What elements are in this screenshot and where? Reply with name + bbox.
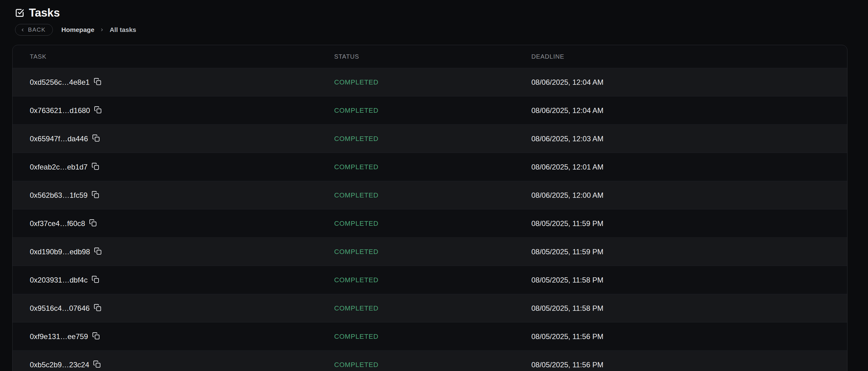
table-header-row: TASK STATUS DEADLINE [12, 45, 847, 68]
table-row: 0xd5256c…4e8e1 COMPLETED 08/06/2025, 12:… [12, 68, 847, 96]
table-row: 0xf9e131…ee759 COMPLETED 08/05/2025, 11:… [12, 322, 847, 350]
task-cell: 0xd190b9…edb98 [12, 248, 334, 256]
breadcrumb-all-tasks[interactable]: All tasks [110, 26, 136, 33]
status-badge: COMPLETED [334, 304, 531, 312]
copy-icon [92, 162, 99, 170]
deadline-text: 08/05/2025, 11:56 PM [531, 332, 847, 341]
task-cell: 0xb5c2b9…23c24 [12, 361, 334, 369]
deadline-text: 08/05/2025, 11:59 PM [531, 219, 847, 228]
task-hash: 0x763621…d1680 [30, 106, 90, 115]
deadline-text: 08/06/2025, 12:00 AM [531, 191, 847, 199]
copy-button[interactable] [94, 304, 101, 311]
copy-icon [92, 276, 99, 283]
deadline-text: 08/05/2025, 11:56 PM [531, 361, 847, 369]
deadline-text: 08/05/2025, 11:58 PM [531, 276, 847, 284]
task-hash: 0xfeab2c…eb1d7 [30, 163, 88, 172]
table-row: 0xb5c2b9…23c24 COMPLETED 08/05/2025, 11:… [12, 350, 847, 371]
task-cell: 0x203931…dbf4c [12, 276, 334, 284]
column-header-deadline: DEADLINE [531, 53, 847, 60]
status-badge: COMPLETED [334, 106, 531, 115]
status-badge: COMPLETED [334, 191, 531, 199]
status-badge: COMPLETED [334, 361, 531, 369]
copy-button[interactable] [92, 276, 99, 283]
copy-icon [92, 332, 100, 340]
status-badge: COMPLETED [334, 78, 531, 86]
table-row: 0x562b63…1fc59 COMPLETED 08/06/2025, 12:… [12, 181, 847, 209]
copy-button[interactable] [92, 162, 99, 170]
deadline-text: 08/06/2025, 12:03 AM [531, 134, 847, 143]
table-row: 0xd190b9…edb98 COMPLETED 08/05/2025, 11:… [12, 238, 847, 266]
task-cell: 0xf9e131…ee759 [12, 332, 334, 341]
copy-icon [94, 106, 102, 114]
tasks-table-card: TASK STATUS DEADLINE 0xd5256c…4e8e1 COMP… [12, 45, 847, 371]
copy-icon [94, 247, 102, 255]
status-badge: COMPLETED [334, 163, 531, 171]
task-hash: 0xd190b9…edb98 [30, 248, 90, 256]
copy-icon [92, 191, 99, 198]
task-cell: 0x9516c4…07646 [12, 304, 334, 313]
copy-icon [92, 134, 100, 142]
status-badge: COMPLETED [334, 333, 531, 341]
back-button[interactable]: BACK [15, 24, 53, 36]
copy-icon [89, 219, 97, 227]
task-cell: 0x562b63…1fc59 [12, 191, 334, 199]
task-hash: 0xd5256c…4e8e1 [30, 78, 90, 87]
status-badge: COMPLETED [334, 276, 531, 284]
chevron-left-icon [20, 28, 25, 32]
deadline-text: 08/06/2025, 12:04 AM [531, 78, 847, 87]
deadline-text: 08/05/2025, 11:59 PM [531, 248, 847, 256]
column-header-status: STATUS [334, 53, 531, 60]
task-hash: 0xf37ce4…f60c8 [30, 219, 85, 228]
copy-button[interactable] [92, 134, 100, 142]
breadcrumb-homepage[interactable]: Homepage [61, 26, 94, 33]
task-cell: 0xd5256c…4e8e1 [12, 78, 334, 87]
table-row: 0x65947f…da446 COMPLETED 08/06/2025, 12:… [12, 124, 847, 153]
table-row: 0x9516c4…07646 COMPLETED 08/05/2025, 11:… [12, 294, 847, 322]
task-cell: 0x763621…d1680 [12, 106, 334, 115]
task-hash: 0xf9e131…ee759 [30, 332, 88, 341]
nav-row: BACK Homepage All tasks [15, 24, 868, 36]
task-hash: 0x203931…dbf4c [30, 276, 88, 284]
copy-button[interactable] [92, 332, 100, 340]
copy-icon [93, 360, 101, 368]
column-header-task: TASK [12, 53, 334, 60]
task-cell: 0xfeab2c…eb1d7 [12, 163, 334, 172]
copy-button[interactable] [92, 191, 99, 198]
table-row: 0x763621…d1680 COMPLETED 08/06/2025, 12:… [12, 96, 847, 124]
back-button-label: BACK [28, 26, 46, 33]
copy-button[interactable] [89, 219, 97, 227]
table-body: 0xd5256c…4e8e1 COMPLETED 08/06/2025, 12:… [12, 68, 847, 371]
deadline-text: 08/05/2025, 11:58 PM [531, 304, 847, 313]
deadline-text: 08/06/2025, 12:01 AM [531, 163, 847, 172]
copy-button[interactable] [93, 360, 101, 368]
copy-button[interactable] [94, 247, 102, 255]
title-row: Tasks [15, 7, 868, 19]
task-hash: 0x9516c4…07646 [30, 304, 90, 313]
copy-icon [94, 304, 101, 311]
copy-button[interactable] [94, 106, 102, 114]
deadline-text: 08/06/2025, 12:04 AM [531, 106, 847, 115]
status-badge: COMPLETED [334, 135, 531, 143]
status-badge: COMPLETED [334, 248, 531, 256]
task-cell: 0xf37ce4…f60c8 [12, 219, 334, 228]
chevron-right-icon [100, 28, 104, 32]
check-square-icon [15, 8, 24, 18]
table-row: 0x203931…dbf4c COMPLETED 08/05/2025, 11:… [12, 266, 847, 294]
copy-icon [94, 78, 101, 85]
task-hash: 0x65947f…da446 [30, 134, 88, 143]
task-hash: 0xb5c2b9…23c24 [30, 361, 89, 369]
table-row: 0xf37ce4…f60c8 COMPLETED 08/05/2025, 11:… [12, 209, 847, 238]
page-header: Tasks BACK Homepage All tasks [0, 0, 868, 36]
page-title: Tasks [29, 6, 60, 19]
status-badge: COMPLETED [334, 220, 531, 227]
breadcrumb: Homepage All tasks [61, 26, 136, 33]
task-cell: 0x65947f…da446 [12, 134, 334, 143]
task-hash: 0x562b63…1fc59 [30, 191, 88, 199]
table-row: 0xfeab2c…eb1d7 COMPLETED 08/06/2025, 12:… [12, 153, 847, 181]
copy-button[interactable] [94, 78, 101, 85]
